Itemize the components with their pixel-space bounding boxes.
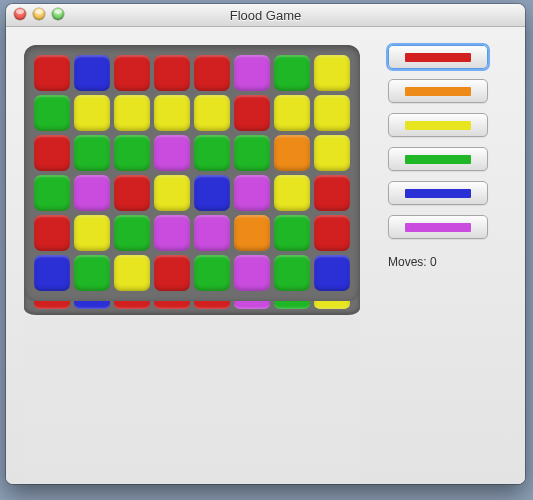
board-cell[interactable] [34, 55, 70, 91]
board-cell[interactable] [74, 55, 110, 91]
board-cell[interactable] [154, 135, 190, 171]
color-panel: Moves: 0 [388, 45, 488, 269]
minimize-icon[interactable] [33, 8, 45, 20]
orange-swatch-icon [405, 87, 471, 96]
yellow-swatch-icon [405, 121, 471, 130]
board-cell[interactable] [114, 55, 150, 91]
board-cell[interactable] [234, 135, 270, 171]
board-cell[interactable] [314, 175, 350, 211]
red-swatch-icon [405, 53, 471, 62]
board-cell[interactable] [234, 55, 270, 91]
traffic-lights [14, 8, 64, 20]
board-frame [24, 45, 360, 301]
board-cell[interactable] [314, 255, 350, 291]
board-cell[interactable] [34, 95, 70, 131]
board-cell[interactable] [154, 55, 190, 91]
color-button-magenta[interactable] [388, 215, 488, 239]
board-cell[interactable] [34, 175, 70, 211]
color-button-yellow[interactable] [388, 113, 488, 137]
titlebar: Flood Game [6, 4, 525, 27]
color-button-blue[interactable] [388, 181, 488, 205]
board-cell[interactable] [114, 135, 150, 171]
board-cell[interactable] [314, 55, 350, 91]
board-cell[interactable] [274, 135, 310, 171]
board-cell[interactable] [74, 255, 110, 291]
board-cell[interactable] [194, 215, 230, 251]
window-title: Flood Game [6, 8, 525, 23]
green-swatch-icon [405, 155, 471, 164]
board-cell[interactable] [314, 135, 350, 171]
board-cell[interactable] [274, 255, 310, 291]
board-cell[interactable] [154, 175, 190, 211]
board-cell[interactable] [194, 95, 230, 131]
reflection-fade [24, 315, 360, 484]
board-cell[interactable] [194, 135, 230, 171]
board-cell[interactable] [274, 215, 310, 251]
board-cell[interactable] [114, 175, 150, 211]
board-cell[interactable] [114, 255, 150, 291]
magenta-swatch-icon [405, 223, 471, 232]
board-cell[interactable] [74, 215, 110, 251]
board-cell[interactable] [194, 255, 230, 291]
board-cell[interactable] [154, 255, 190, 291]
board-cell[interactable] [234, 215, 270, 251]
color-button-orange[interactable] [388, 79, 488, 103]
board-cell[interactable] [314, 215, 350, 251]
board-cell[interactable] [194, 175, 230, 211]
board-cell[interactable] [274, 95, 310, 131]
board-cell[interactable] [114, 95, 150, 131]
board-cell[interactable] [34, 255, 70, 291]
app-window: Flood Game Moves: 0 [6, 4, 525, 484]
board-cell[interactable] [154, 215, 190, 251]
board-cell[interactable] [34, 135, 70, 171]
board-cell[interactable] [314, 95, 350, 131]
board-cell[interactable] [34, 215, 70, 251]
board-cell[interactable] [274, 175, 310, 211]
board-cell[interactable] [74, 135, 110, 171]
zoom-icon[interactable] [52, 8, 64, 20]
board-cell[interactable] [234, 175, 270, 211]
board-cell[interactable] [234, 95, 270, 131]
board-cell[interactable] [194, 55, 230, 91]
color-button-red[interactable] [388, 45, 488, 69]
blue-swatch-icon [405, 189, 471, 198]
board-cell[interactable] [274, 55, 310, 91]
window-content: Moves: 0 [6, 27, 525, 484]
moves-label: Moves: 0 [388, 255, 488, 269]
close-icon[interactable] [14, 8, 26, 20]
board-cell[interactable] [234, 255, 270, 291]
flood-board[interactable] [34, 55, 350, 291]
board-cell[interactable] [74, 95, 110, 131]
board-cell[interactable] [154, 95, 190, 131]
board-cell[interactable] [74, 175, 110, 211]
color-button-green[interactable] [388, 147, 488, 171]
board-cell[interactable] [114, 215, 150, 251]
